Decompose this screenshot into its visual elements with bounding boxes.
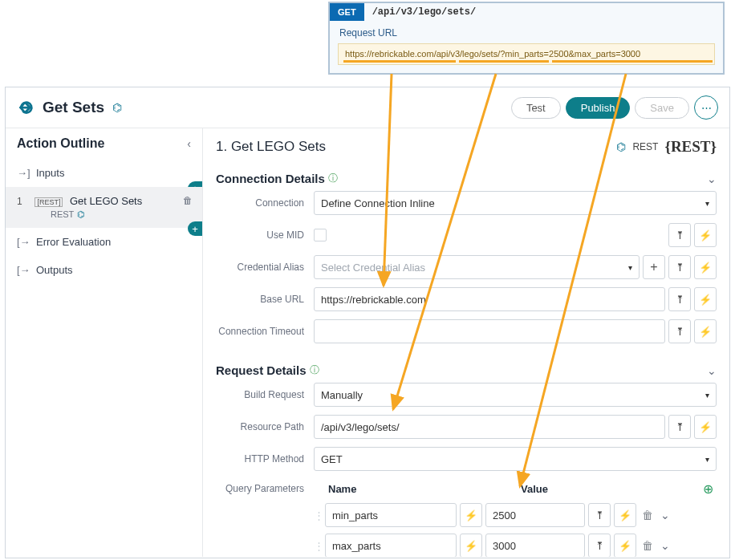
inputs-icon: →] (17, 167, 30, 179)
action-outline-sidebar: Action Outline ‹ →] Inputs + 1 [REST] Ge… (6, 128, 203, 557)
delete-step-icon[interactable]: 🗑 (183, 195, 193, 206)
step-name: Get LEGO Sets (70, 195, 142, 207)
build-request-select[interactable]: Manually ▾ (314, 383, 717, 407)
error-eval-icon: [→ (17, 236, 30, 248)
sidebar-item-label: Inputs (36, 167, 64, 179)
use-mid-label: Use MID (216, 229, 314, 241)
param-name-input[interactable] (325, 503, 457, 527)
outputs-icon: [→ (17, 264, 30, 276)
delete-param-icon[interactable]: 🗑 (640, 539, 656, 552)
data-pill-icon[interactable]: ⌬ (77, 209, 85, 219)
connection-details-section: Connection Details ⓘ ⌄ Connection Define… (216, 167, 717, 344)
more-actions-button[interactable]: ⋯ (694, 95, 718, 120)
sidebar-item-inputs[interactable]: →] Inputs (6, 159, 202, 187)
data-pill-icon[interactable]: ⌬ (616, 140, 626, 153)
connection-select[interactable]: Define Connection Inline ▾ (314, 191, 717, 215)
caret-down-icon: ▾ (705, 455, 709, 464)
request-details-section: Request Details ⓘ ⌄ Build Request Manual… (216, 359, 717, 557)
pill-picker-button[interactable]: ⤒ (588, 503, 611, 527)
request-url-box: https://rebrickable.com/api/v3/lego/sets… (338, 43, 715, 65)
sidebar-item-error-evaluation[interactable]: [→ Error Evaluation (6, 228, 202, 256)
connection-select-value: Define Connection Inline (321, 197, 435, 209)
pill-picker-button[interactable]: ⤒ (668, 287, 691, 311)
sidebar-item-outputs[interactable]: [→ Outputs (6, 256, 202, 284)
base-url-label: Base URL (216, 294, 314, 305)
sidebar-step-get-lego-sets[interactable]: 1 [REST] Get LEGO Sets REST⌬ 🗑 (6, 187, 202, 228)
publish-button[interactable]: Publish (566, 97, 631, 119)
query-parameters-label: Query Parameters (216, 478, 314, 494)
qp-value-header: Value (473, 483, 703, 495)
step-subtype: REST (51, 209, 74, 219)
script-button[interactable]: ⚡ (694, 223, 717, 247)
param-value-input[interactable] (485, 534, 585, 557)
step-number: 1 (17, 196, 28, 207)
build-request-label: Build Request (216, 389, 314, 400)
pill-picker-button[interactable]: ⤒ (668, 255, 691, 279)
flow-designer-window: Get Sets ⌬ Test Publish Save ⋯ Action Ou… (5, 87, 730, 558)
delete-param-icon[interactable]: 🗑 (640, 509, 656, 521)
script-button[interactable]: ⚡ (694, 287, 717, 311)
drag-handle-icon[interactable]: ⋮⋮ (314, 540, 322, 552)
query-param-row: ⋮⋮ ⚡ ⤒ ⚡ 🗑 ⌄ (314, 534, 717, 557)
expand-param-icon[interactable]: ⌄ (660, 539, 670, 552)
resource-path-input[interactable] (314, 415, 665, 439)
param-name-input[interactable] (325, 534, 457, 557)
use-mid-checkbox[interactable] (314, 229, 327, 241)
step-heading: 1. Get LEGO Sets (216, 139, 326, 155)
collapse-sidebar-icon[interactable]: ‹ (187, 137, 191, 150)
script-button[interactable]: ⚡ (614, 534, 636, 557)
caret-down-icon: ▾ (705, 199, 709, 208)
param-value-input[interactable] (485, 503, 585, 527)
script-button[interactable]: ⚡ (694, 319, 717, 343)
http-method-label: HTTP Method (216, 453, 314, 465)
add-credential-button[interactable]: + (643, 255, 665, 279)
help-icon[interactable]: ⓘ (328, 172, 338, 185)
url-segment-highlight-query (552, 60, 713, 63)
help-icon[interactable]: ⓘ (310, 363, 319, 377)
data-pill-icon[interactable]: ⌬ (112, 101, 122, 114)
script-button[interactable]: ⚡ (460, 503, 482, 527)
test-button[interactable]: Test (511, 97, 561, 119)
integration-type-label: REST (632, 141, 658, 152)
add-parameter-button[interactable]: ⊕ (703, 481, 713, 497)
http-method-select[interactable]: GET ▾ (314, 447, 717, 471)
pill-picker-button[interactable]: ⤒ (668, 223, 691, 247)
expand-param-icon[interactable]: ⌄ (660, 509, 670, 521)
rest-logo-icon: {REST} (664, 138, 717, 156)
collapse-section-icon[interactable]: ⌄ (707, 172, 717, 185)
credential-alias-select[interactable]: Select Credential Alias ▾ (314, 255, 640, 279)
url-segment-highlight-base (343, 60, 456, 63)
script-button[interactable]: ⚡ (614, 503, 636, 527)
script-button[interactable]: ⚡ (694, 415, 717, 439)
section-title: Connection Details (216, 172, 325, 185)
back-icon[interactable] (17, 99, 35, 116)
add-step-below-button[interactable]: + (188, 221, 202, 236)
pill-picker-button[interactable]: ⤒ (668, 319, 691, 343)
main-panel: 1. Get LEGO Sets ⌬ REST {REST} Connectio… (203, 128, 729, 557)
topbar: Get Sets ⌬ Test Publish Save ⋯ (6, 87, 729, 128)
script-button[interactable]: ⚡ (460, 534, 482, 557)
qp-name-header: Name (314, 483, 473, 495)
api-reference-panel: GET /api/v3/lego/sets/ Request URL https… (328, 2, 725, 75)
connection-label: Connection (216, 197, 314, 209)
connection-timeout-input[interactable] (314, 319, 665, 343)
save-button[interactable]: Save (635, 97, 689, 119)
sidebar-item-label: Outputs (36, 264, 73, 276)
base-url-input[interactable] (314, 287, 665, 311)
credential-alias-label: Credential Alias (216, 262, 314, 273)
collapse-section-icon[interactable]: ⌄ (707, 364, 717, 377)
pill-picker-button[interactable]: ⤒ (588, 534, 611, 557)
rest-tag: [REST] (35, 197, 63, 207)
drag-handle-icon[interactable]: ⋮⋮ (314, 509, 322, 521)
request-url-label: Request URL (330, 21, 723, 43)
api-path: /api/v3/lego/sets/ (364, 3, 485, 21)
caret-down-icon: ▾ (628, 263, 632, 272)
page-title: Get Sets (43, 99, 104, 116)
pill-picker-button[interactable]: ⤒ (668, 415, 691, 439)
sidebar-item-label: Error Evaluation (36, 236, 111, 248)
connection-timeout-label: Connection Timeout (216, 326, 314, 337)
credential-alias-placeholder: Select Credential Alias (321, 262, 425, 274)
sidebar-title: Action Outline (17, 136, 104, 151)
script-button[interactable]: ⚡ (694, 255, 717, 279)
request-url-text: https://rebrickable.com/api/v3/lego/sets… (345, 49, 640, 59)
